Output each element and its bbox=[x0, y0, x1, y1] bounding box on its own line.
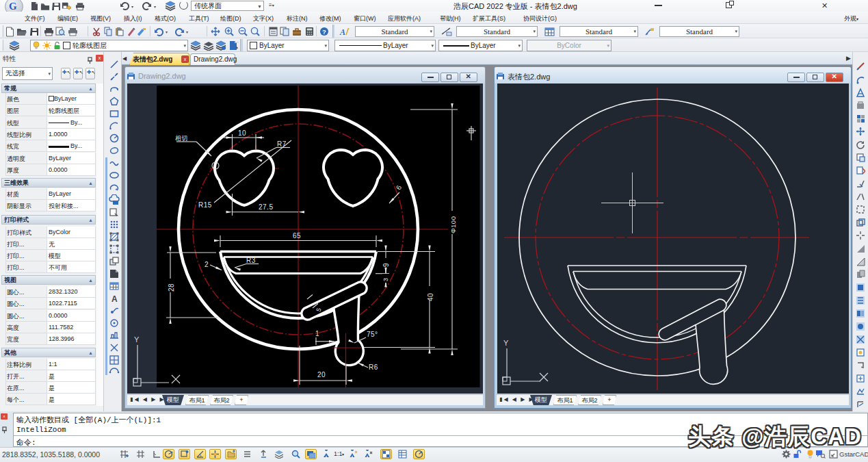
svg-text:40: 40 bbox=[427, 293, 434, 301]
svg-text:3: 3 bbox=[382, 277, 389, 281]
svg-text:75°: 75° bbox=[367, 331, 378, 338]
svg-text:R15: R15 bbox=[198, 201, 212, 209]
svg-text:’: ’ bbox=[237, 41, 238, 45]
svg-text:?: ? bbox=[322, 28, 326, 36]
svg-text:2: 2 bbox=[205, 261, 209, 268]
svg-text:28: 28 bbox=[168, 283, 175, 292]
svg-text:20: 20 bbox=[317, 371, 326, 378]
svg-text:R3: R3 bbox=[246, 257, 256, 264]
svg-text:65: 65 bbox=[293, 232, 301, 240]
svg-text:R7: R7 bbox=[277, 140, 287, 148]
svg-text:相切: 相切 bbox=[175, 135, 188, 142]
svg-text:10: 10 bbox=[238, 129, 246, 137]
svg-text:Φ100: Φ100 bbox=[449, 216, 457, 233]
svg-text:1: 1 bbox=[315, 330, 319, 337]
svg-text:R6: R6 bbox=[369, 363, 378, 371]
svg-text:A: A bbox=[339, 27, 345, 36]
svg-text:A: A bbox=[111, 294, 118, 304]
svg-text:27.5: 27.5 bbox=[259, 203, 273, 211]
svg-text:9: 9 bbox=[382, 263, 390, 267]
